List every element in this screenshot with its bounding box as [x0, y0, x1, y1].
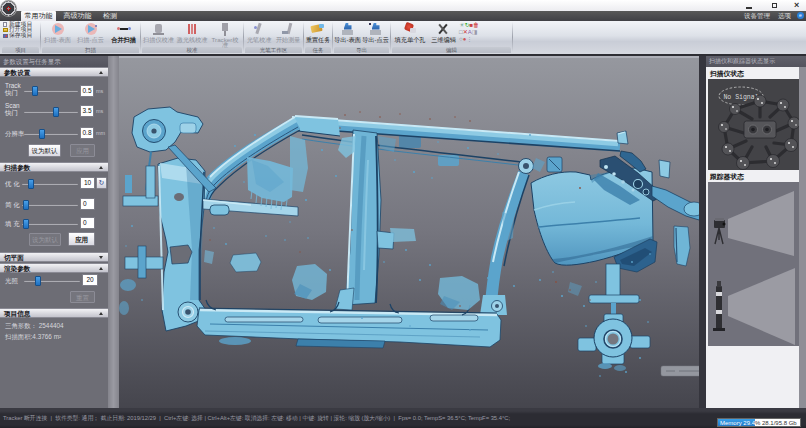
svg-text:No Signal: No Signal [723, 94, 758, 101]
